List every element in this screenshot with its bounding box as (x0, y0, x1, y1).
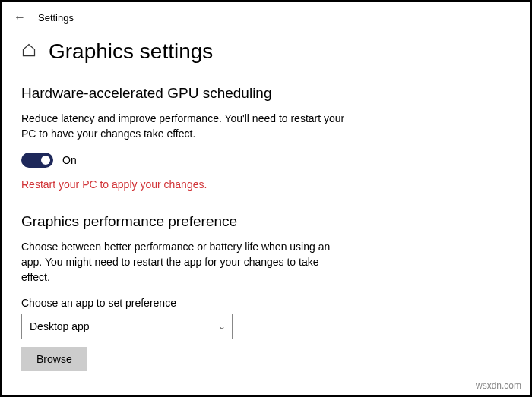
header-title: Settings (38, 12, 74, 24)
home-icon[interactable] (21, 43, 36, 61)
dropdown-selected-value: Desktop app (30, 320, 90, 332)
toggle-knob (41, 156, 50, 165)
browse-button[interactable]: Browse (21, 347, 87, 371)
gpu-scheduling-toggle[interactable] (21, 153, 53, 168)
gpu-scheduling-description: Reduce latency and improve performance. … (21, 111, 348, 142)
toggle-state-label: On (62, 154, 77, 166)
restart-warning: Restart your PC to apply your changes. (21, 178, 511, 191)
chevron-down-icon: ⌄ (218, 321, 226, 332)
app-type-dropdown[interactable]: Desktop app ⌄ (21, 314, 233, 339)
window-header: ← Settings (2, 2, 530, 24)
back-arrow-icon[interactable]: ← (14, 11, 26, 24)
gpu-scheduling-heading: Hardware-accelerated GPU scheduling (21, 85, 511, 102)
performance-preference-description: Choose between better performance or bat… (21, 239, 348, 285)
app-dropdown-label: Choose an app to set preference (21, 297, 511, 309)
title-row: Graphics settings (21, 39, 511, 64)
page-content: Graphics settings Hardware-accelerated G… (2, 24, 530, 386)
performance-preference-heading: Graphics performance preference (21, 213, 511, 230)
gpu-toggle-row: On (21, 153, 511, 168)
page-title: Graphics settings (49, 39, 213, 64)
watermark: wsxdn.com (476, 380, 521, 391)
